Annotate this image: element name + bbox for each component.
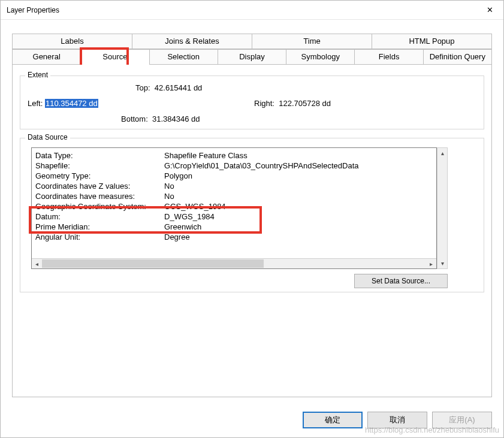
- tab-fields[interactable]: Fields: [354, 49, 423, 65]
- data-source-row: Coordinates have measures:No: [35, 191, 436, 201]
- data-source-key: Coordinates have measures:: [35, 191, 164, 201]
- scroll-up-icon: ▴: [437, 148, 447, 158]
- extent-top-label: Top:: [135, 83, 150, 92]
- data-source-row: Data Type:Shapefile Feature Class: [35, 150, 436, 161]
- data-source-value: No: [164, 181, 174, 191]
- close-icon: ✕: [487, 5, 493, 14]
- data-source-value: G:\CropYield\01_Data\03_CountrySHPAndSel…: [164, 161, 358, 171]
- extent-right-value: 122.705728 dd: [279, 99, 331, 108]
- data-source-value: No: [164, 191, 174, 201]
- window-frame: Layer Properties ✕ Labels Joins & Relate…: [0, 0, 504, 438]
- tab-labels[interactable]: Labels: [12, 34, 132, 49]
- extent-bottom: Bottom: 31.384346 dd: [121, 114, 200, 123]
- data-source-legend: Data Source: [25, 133, 70, 141]
- client-area: Labels Joins & Relates Time HTML Popup G…: [1, 20, 503, 437]
- data-source-key: Data Type:: [35, 150, 164, 161]
- data-source-row: Geometry Type:Polygon: [35, 171, 436, 181]
- data-source-row: Geographic Coordinate System:GCS_WGS_198…: [35, 201, 436, 212]
- extent-top-value: 42.615441 dd: [155, 83, 203, 92]
- tab-source[interactable]: Source: [80, 49, 149, 65]
- data-source-content: Data Type:Shapefile Feature ClassShapefi…: [35, 150, 436, 242]
- data-source-row: Angular Unit:Degree: [35, 232, 436, 242]
- data-source-key: Geographic Coordinate System:: [35, 201, 164, 212]
- data-source-text[interactable]: Data Type:Shapefile Feature ClassShapefi…: [31, 147, 437, 269]
- set-data-source-button[interactable]: Set Data Source...: [354, 274, 448, 288]
- tab-display[interactable]: Display: [218, 49, 286, 65]
- scroll-left-icon: ◂: [32, 261, 42, 267]
- data-source-key: Geometry Type:: [35, 171, 164, 181]
- tab-general[interactable]: General: [12, 49, 81, 65]
- tab-symbology[interactable]: Symbology: [286, 49, 355, 65]
- data-source-row: Shapefile:G:\CropYield\01_Data\03_Countr…: [35, 161, 436, 171]
- data-source-value: Polygon: [164, 171, 192, 181]
- extent-bottom-label: Bottom:: [121, 114, 148, 123]
- data-source-key: Coordinates have Z values:: [35, 181, 164, 191]
- scroll-down-icon: ▾: [437, 258, 447, 268]
- data-source-key: Angular Unit:: [35, 232, 164, 242]
- cancel-button[interactable]: 取消: [367, 412, 427, 428]
- window-title: Layer Properties: [7, 6, 59, 14]
- vertical-scrollbar[interactable]: ▴ ▾: [437, 147, 448, 269]
- data-source-value: GCS_WGS_1984: [164, 201, 226, 212]
- data-source-group: Data Source Data Type:Shapefile Feature …: [20, 138, 484, 292]
- extent-right-label: Right:: [254, 99, 274, 108]
- tab-time[interactable]: Time: [252, 34, 372, 49]
- scroll-right-icon: ▸: [426, 261, 436, 267]
- bottom-button-bar: 确定 取消 应用(A): [303, 412, 492, 428]
- tab-selection[interactable]: Selection: [149, 49, 218, 65]
- data-source-value: D_WGS_1984: [164, 212, 215, 222]
- tab-row-front: General Source Selection Display Symbolo…: [12, 49, 492, 65]
- data-source-value: Shapefile Feature Class: [164, 150, 248, 161]
- data-source-key: Shapefile:: [35, 161, 164, 171]
- extent-left: Left: 110.354472 dd: [28, 99, 98, 108]
- apply-button[interactable]: 应用(A): [432, 412, 492, 428]
- data-source-value: Degree: [164, 232, 190, 242]
- scroll-thumb[interactable]: [42, 259, 264, 268]
- ok-button[interactable]: 确定: [303, 412, 363, 428]
- tab-row-back: Labels Joins & Relates Time HTML Popup: [12, 34, 492, 49]
- extent-left-label: Left:: [28, 99, 43, 108]
- extent-group: Extent Top: 42.615441 dd Left: 110.35447…: [20, 75, 484, 129]
- titlebar: Layer Properties ✕: [1, 1, 503, 20]
- extent-right: Right: 122.705728 dd: [254, 99, 331, 108]
- tab-definition-query[interactable]: Definition Query: [423, 49, 492, 65]
- tab-joins-relates[interactable]: Joins & Relates: [132, 34, 252, 49]
- close-button[interactable]: ✕: [476, 1, 503, 19]
- horizontal-scrollbar[interactable]: ◂ ▸: [32, 258, 436, 268]
- data-source-key: Datum:: [35, 212, 164, 222]
- extent-bottom-value: 31.384346 dd: [152, 114, 200, 123]
- extent-top: Top: 42.615441 dd: [135, 83, 202, 92]
- data-source-value: Greenwich: [164, 222, 201, 232]
- data-source-key: Prime Meridian:: [35, 222, 164, 232]
- data-source-row: Datum:D_WGS_1984: [35, 212, 436, 222]
- data-source-row: Prime Meridian:Greenwich: [35, 222, 436, 232]
- data-source-row: Coordinates have Z values:No: [35, 181, 436, 191]
- tab-html-popup[interactable]: HTML Popup: [372, 34, 492, 49]
- tab-body: Extent Top: 42.615441 dd Left: 110.35447…: [12, 65, 492, 397]
- extent-legend: Extent: [25, 71, 50, 79]
- tab-control: Labels Joins & Relates Time HTML Popup G…: [12, 34, 492, 65]
- extent-left-value[interactable]: 110.354472 dd: [45, 99, 98, 108]
